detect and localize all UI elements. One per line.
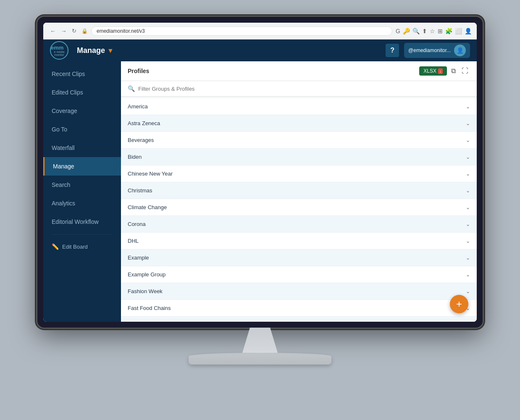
sidebar-item-editorial-workflow[interactable]: Editorial Workflow (43, 213, 121, 231)
profile-name: Chinese New Year (128, 171, 173, 177)
user-name: @emediamonitor... (408, 47, 451, 53)
xlsx-label: XLSX (423, 68, 436, 74)
header-actions: XLSX ↓ ⧉ ⛶ (419, 66, 470, 76)
sidebar-item-waterfall[interactable]: Waterfall (43, 139, 121, 157)
tab-icon: ⊞ (438, 28, 443, 34)
list-item[interactable]: Corona ⌄ (121, 216, 477, 233)
forward-button[interactable]: → (59, 27, 68, 35)
content-header: Profiles XLSX ↓ ⧉ ⛶ (121, 61, 477, 81)
sidebar-label-edited-clips: Edited Clips (52, 89, 83, 96)
chevron-down-icon: ⌄ (466, 221, 470, 227)
monitor-base (189, 353, 331, 365)
sidebar-label-goto: Go To (52, 126, 67, 133)
top-bar: emm e media monitor Manage ▼ ? @emediamo… (43, 39, 477, 61)
sidebar-item-coverage[interactable]: Coverage (43, 102, 121, 120)
profile-name: Corona (128, 221, 146, 227)
monitor-neck (235, 328, 285, 353)
sidebar-divider (52, 234, 113, 235)
add-profile-button[interactable]: + (450, 295, 468, 313)
list-item[interactable]: Grayling ⌄ (121, 317, 477, 322)
lock-icon: 🔒 (81, 28, 88, 34)
list-item[interactable]: Beverages ⌄ (121, 132, 477, 149)
filter-icon[interactable]: ▼ (107, 47, 114, 54)
address-bar[interactable]: emediamonitor.net/v3 (91, 26, 392, 36)
list-item[interactable]: Climate Change ⌄ (121, 199, 477, 216)
list-item[interactable]: Fashion Week ⌄ (121, 283, 477, 300)
nav-arrows: ← → ↻ (48, 27, 78, 35)
xlsx-button[interactable]: XLSX ↓ (419, 66, 447, 76)
profile-name: Fast Food Chains (128, 305, 171, 311)
profile-name: Example (128, 255, 149, 261)
xlsx-suffix: ↓ (438, 68, 443, 74)
chevron-down-icon: ⌄ (466, 255, 470, 261)
sidebar-item-recent-clips[interactable]: Recent Clips (43, 65, 121, 83)
sidebar-item-search[interactable]: Search (43, 176, 121, 194)
list-item[interactable]: Biden ⌄ (121, 149, 477, 165)
content-title: Profiles (128, 68, 149, 74)
list-item[interactable]: Chinese New Year ⌄ (121, 165, 477, 182)
profile-name: Astra Zeneca (128, 120, 160, 126)
zoom-icon: 🔍 (412, 28, 420, 34)
logo-text: emm (51, 45, 68, 50)
profile-name: Biden (128, 154, 142, 160)
sidebar-item-manage[interactable]: Manage (43, 157, 121, 176)
edit-board-icon: ✏️ (52, 243, 59, 250)
copy-button[interactable]: ⧉ (449, 66, 457, 76)
expand-button[interactable]: ⛶ (460, 66, 470, 76)
list-item[interactable]: Example Group ⌄ (121, 266, 477, 283)
chevron-down-icon: ⌄ (466, 205, 470, 210)
logo-subtext: e media monitor (51, 50, 68, 56)
edit-board-label: Edit Board (62, 244, 88, 250)
browser-chrome: ← → ↻ 🔒 emediamonitor.net/v3 G 🔑 🔍 ⬆ ☆ ⊞… (43, 23, 477, 39)
profiles-list: America ⌄ Astra Zeneca ⌄ Beverages ⌄ B (121, 97, 477, 322)
profile-icon: 👤 (465, 28, 472, 34)
profile-name: Example Group (128, 271, 165, 278)
refresh-button[interactable]: ↻ (70, 27, 78, 35)
sidebar-label-search: Search (52, 181, 70, 188)
list-item[interactable]: Astra Zeneca ⌄ (121, 115, 477, 132)
sidebar-label-manage: Manage (53, 163, 74, 170)
filter-bar: 🔍 (121, 81, 477, 97)
list-item[interactable]: Christmas ⌄ (121, 182, 477, 199)
user-area[interactable]: @emediamonitor... 👤 (404, 43, 470, 58)
back-button[interactable]: ← (48, 27, 58, 35)
sidebar-item-edited-clips[interactable]: Edited Clips (43, 83, 121, 102)
list-item[interactable]: Fast Food Chains ⌄ (121, 300, 477, 317)
sidebar-edit-board[interactable]: ✏️ Edit Board (43, 238, 121, 255)
profile-name: Climate Change (128, 204, 167, 210)
page-title: Manage ▼ (77, 46, 381, 55)
profile-name: Beverages (128, 137, 154, 143)
chevron-down-icon: ⌄ (466, 104, 470, 110)
star-icon[interactable]: ☆ (430, 28, 435, 34)
chevron-down-icon: ⌄ (466, 121, 470, 126)
sidebar-item-goto[interactable]: Go To (43, 120, 121, 139)
profile-name: America (128, 103, 148, 110)
app-container: Recent Clips Edited Clips Coverage Go To… (43, 61, 477, 322)
sidebar-label-waterfall: Waterfall (52, 144, 75, 151)
sidebar-label-recent-clips: Recent Clips (52, 71, 85, 77)
help-button[interactable]: ? (386, 44, 399, 57)
profile-name: Christmas (128, 187, 152, 194)
profile-name: Fashion Week (128, 288, 163, 294)
chevron-down-icon: ⌄ (466, 171, 470, 177)
logo-area: emm e media monitor (50, 41, 68, 60)
chevron-down-icon: ⌄ (466, 289, 470, 294)
filter-input[interactable] (138, 86, 470, 92)
sidebar-item-analytics[interactable]: Analytics (43, 194, 121, 213)
list-item[interactable]: America ⌄ (121, 98, 477, 115)
sidebar-label-analytics: Analytics (52, 200, 75, 207)
sidebar-label-coverage: Coverage (52, 108, 77, 114)
browser-actions: G 🔑 🔍 ⬆ ☆ ⊞ 🧩 ⬜ 👤 (396, 28, 472, 34)
window-icon: ⬜ (455, 28, 462, 34)
puzzle-icon: 🧩 (445, 28, 452, 34)
google-icon: G (396, 28, 400, 34)
sidebar-label-editorial-workflow: Editorial Workflow (52, 218, 99, 225)
list-item[interactable]: Example ⌄ (121, 249, 477, 266)
chevron-down-icon: ⌄ (466, 272, 470, 278)
chevron-down-icon: ⌄ (466, 238, 470, 244)
key-icon: 🔑 (403, 28, 410, 34)
list-item[interactable]: DHL ⌄ (121, 233, 477, 249)
chevron-down-icon: ⌄ (466, 154, 470, 160)
main-content: Profiles XLSX ↓ ⧉ ⛶ 🔍 (121, 61, 477, 322)
profile-name: DHL (128, 238, 139, 244)
